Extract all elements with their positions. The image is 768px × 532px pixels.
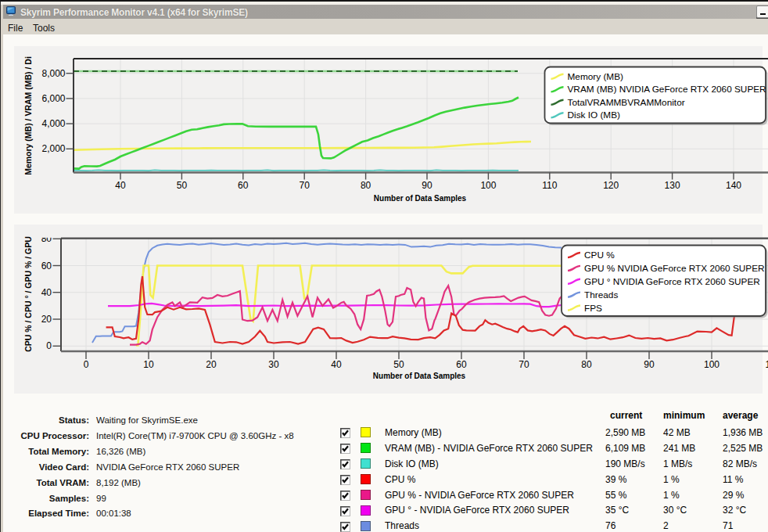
svg-text:0: 0 xyxy=(46,340,52,351)
svg-text:130: 130 xyxy=(665,180,680,191)
svg-text:FPS: FPS xyxy=(584,303,602,314)
svg-text:TotalVRAMMBVRAMMonitor: TotalVRAMMBVRAMMonitor xyxy=(568,97,685,108)
svg-text:6,000: 6,000 xyxy=(41,93,65,104)
svg-text:GPU % NVIDIA GeForce RTX 2060: GPU % NVIDIA GeForce RTX 2060 SUPER xyxy=(584,263,765,274)
svg-text:Number of Data Samples: Number of Data Samples xyxy=(373,372,466,380)
svg-text:60: 60 xyxy=(456,359,467,370)
svg-text:90: 90 xyxy=(422,180,432,191)
svg-text:2,000: 2,000 xyxy=(41,143,65,154)
svg-text:40: 40 xyxy=(331,359,342,370)
svg-text:CPU %: CPU % xyxy=(584,250,615,261)
svg-text:Threads: Threads xyxy=(584,289,618,300)
svg-text:60: 60 xyxy=(238,180,249,191)
svg-text:4,000: 4,000 xyxy=(41,118,65,129)
svg-text:70: 70 xyxy=(300,180,310,191)
svg-text:40: 40 xyxy=(41,287,52,298)
svg-text:90: 90 xyxy=(644,359,655,370)
svg-text:20: 20 xyxy=(206,359,217,370)
svg-text:140: 140 xyxy=(726,180,741,191)
svg-text:100: 100 xyxy=(480,180,496,191)
svg-text:120: 120 xyxy=(603,180,619,191)
svg-text:30: 30 xyxy=(268,359,279,370)
svg-text:0: 0 xyxy=(84,359,89,370)
svg-text:70: 70 xyxy=(519,359,529,370)
svg-text:Number of Data Samples: Number of Data Samples xyxy=(374,194,467,203)
svg-text:60: 60 xyxy=(41,261,52,271)
svg-text:CPU % / CPU ° / GPU % / GPU: CPU % / CPU ° / GPU % / GPU xyxy=(23,236,33,352)
svg-text:Disk IO (MB): Disk IO (MB) xyxy=(568,110,621,120)
svg-text:110: 110 xyxy=(765,359,768,370)
svg-text:110: 110 xyxy=(542,180,557,191)
svg-text:80: 80 xyxy=(361,180,371,191)
svg-text:50: 50 xyxy=(393,359,404,370)
svg-text:Memory (MB) / VRAM (MB) / Di: Memory (MB) / VRAM (MB) / Di xyxy=(23,56,33,175)
svg-text:40: 40 xyxy=(115,180,126,191)
svg-text:50: 50 xyxy=(177,180,188,191)
svg-text:80: 80 xyxy=(581,359,592,370)
svg-text:100: 100 xyxy=(704,359,720,370)
svg-text:GPU ° NVIDIA GeForce RTX 2060: GPU ° NVIDIA GeForce RTX 2060 SUPER xyxy=(584,276,760,287)
svg-text:Memory (MB): Memory (MB) xyxy=(568,71,624,82)
svg-text:20: 20 xyxy=(41,314,52,325)
svg-text:VRAM (MB) NVIDIA GeForce RTX 2: VRAM (MB) NVIDIA GeForce RTX 2060 SUPER xyxy=(568,84,766,95)
svg-text:8,000: 8,000 xyxy=(41,68,65,79)
svg-text:10: 10 xyxy=(143,359,154,370)
